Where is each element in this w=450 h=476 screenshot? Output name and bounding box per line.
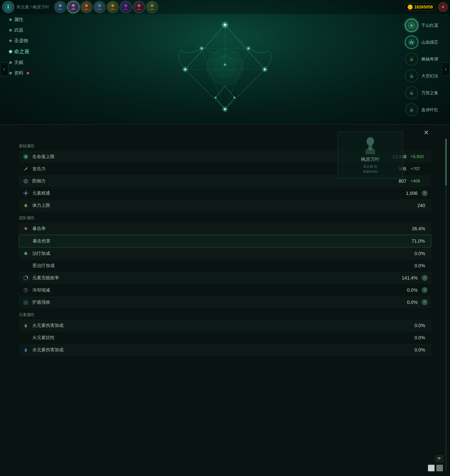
def-label: 防御力 [32,178,388,184]
svg-point-60 [367,137,374,146]
cd-reduce-icon [23,287,29,293]
stat-row-em: 元素精通 1,006 ? [19,187,431,199]
shield-strength-value: 0.0% [399,300,418,305]
currency-icon [408,5,413,10]
const-icon-3 [405,53,418,66]
currency-amount: 18265058 [414,5,433,10]
scroll-thumb[interactable] [445,139,447,185]
shield-strength-label: 护盾强效 [32,299,399,305]
const-item-3[interactable]: 枫袖奇谭 [405,53,438,66]
char-tab-4[interactable] [94,1,106,13]
hydro-dmg-label: 水元素伤害加成 [32,347,406,353]
constellation-menu: 千山红遥 山岚残芯 枫袖奇谭 [405,19,438,116]
em-help-icon[interactable]: ? [422,190,427,196]
svg-point-68 [24,193,24,194]
heal-bonus-icon [23,250,29,257]
sidebar-diamond-icon [9,28,12,32]
hp-icon [23,153,29,160]
sidebar-item-constellation[interactable]: 命之座 [9,48,30,55]
sidebar-diamond-icon [9,39,12,42]
cd-reduce-help-icon[interactable]: ? [422,287,427,293]
stat-row-hydro-dmg: 水元素伤害加成 0.0% [19,344,431,356]
const-label-6: 血赤叶红 [421,107,438,113]
svg-point-55 [411,76,412,77]
sidebar-item-profile[interactable]: 资料 [9,70,30,76]
sidebar-label-constellation: 命之座 [14,48,30,55]
hp-label: 生命值上限 [32,154,388,160]
sidebar-diamond-icon [9,18,12,21]
stat-row-shield: 护盾强效 0.0% ? [19,296,431,308]
cd-reduce-value: 0.0% [399,287,418,293]
const-item-6[interactable]: 血赤叶红 [405,103,438,116]
stat-row-heal-bonus: 治疗加成 0.0% [19,247,431,260]
character-subtitle: 风元素·剑等级90/90 [342,164,399,174]
nav-right-button[interactable]: › [442,62,450,76]
stat-row-incoming-heal: 受治疗加成 0.0% [19,260,431,272]
scroll-track[interactable] [445,139,447,471]
svg-point-7 [124,4,127,7]
svg-point-69 [27,193,28,194]
header-bar: 风元素 / 枫原万叶 [0,0,450,14]
window-close-button[interactable]: ✕ [438,2,448,12]
svg-point-66 [25,191,26,192]
char-tab-7[interactable] [133,1,145,13]
svg-point-5 [98,4,101,7]
char-tab-2[interactable] [67,1,79,13]
char-tab-8[interactable] [146,1,158,13]
nav-left-button[interactable]: ‹ [0,62,8,76]
stat-row-crit-dmg: 暴击伤害 71.0% [19,235,431,247]
breadcrumb-text: 风元素 / 枫原万叶 [16,5,49,9]
def-icon [23,178,29,184]
em-icon [23,190,29,196]
char-tab-5[interactable] [107,1,119,13]
er-help-icon[interactable]: ? [422,275,427,281]
const-item-5[interactable]: 万世之集 [405,86,438,99]
sidebar-item-artifacts[interactable]: 圣遗物 [9,37,30,44]
char-tab-3[interactable] [80,1,93,13]
bottom-icon-white[interactable] [428,465,435,471]
bottom-ui [428,465,443,471]
svg-marker-21 [216,86,234,109]
sidebar-item-attributes[interactable]: 属性 [9,16,30,23]
sidebar-diamond-icon [9,71,12,75]
char-tab-1[interactable] [54,1,66,13]
breadcrumb: 风元素 / 枫原万叶 [16,4,49,10]
sidebar-item-talents[interactable]: 天赋 [9,59,30,66]
bottom-icon-gray[interactable] [436,465,443,471]
def-value: 807 [388,178,406,184]
crit-dmg-icon [23,238,29,244]
svg-point-49 [213,55,237,79]
svg-rect-61 [368,145,372,150]
const-item-4[interactable]: 大空幻法 [405,69,438,83]
svg-point-4 [85,4,88,7]
er-label: 元素充能效率 [32,275,399,281]
er-value: 141.4% [399,275,418,281]
sidebar-diamond-icon [9,61,12,64]
stats-content-area[interactable]: 基础属性 生命值上限 13,348 +5,910 攻击力 905 +707 [0,140,450,476]
stamina-icon [23,202,29,209]
svg-point-3 [72,4,75,7]
stats-close-button[interactable]: ✕ [421,127,431,138]
svg-point-59 [411,110,412,111]
char-tab-6[interactable] [120,1,132,13]
const-icon-1 [405,19,418,32]
cd-reduce-label: 冷却缩减 [32,287,399,293]
stat-row-cd-reduce: 冷却缩减 0.0% ? [19,284,431,296]
def-bonus: +406 [409,179,427,184]
sidebar-item-weapon[interactable]: 武器 [9,27,30,33]
shield-help-icon[interactable]: ? [422,299,427,305]
svg-point-46 [215,97,217,98]
stat-row-er: 元素充能效率 141.4% ? [19,272,431,284]
pyro-res-value: 0.0% [406,335,425,340]
crit-rate-value: 26.4% [406,226,425,232]
sidebar-diamond-active-icon [9,50,12,53]
svg-point-9 [151,4,154,7]
crit-dmg-label: 暴击伤害 [33,238,406,244]
const-item-2[interactable]: 山岚残芯 [405,36,438,49]
pyro-dmg-label: 火元素伤害加成 [32,322,406,328]
const-item-1[interactable]: 千山红遥 [405,19,438,32]
const-icon-6 [405,103,418,116]
incoming-heal-label: 受治疗加成 [32,263,406,269]
currency-display: 18265058 [404,3,436,11]
const-icon-5 [405,86,418,99]
